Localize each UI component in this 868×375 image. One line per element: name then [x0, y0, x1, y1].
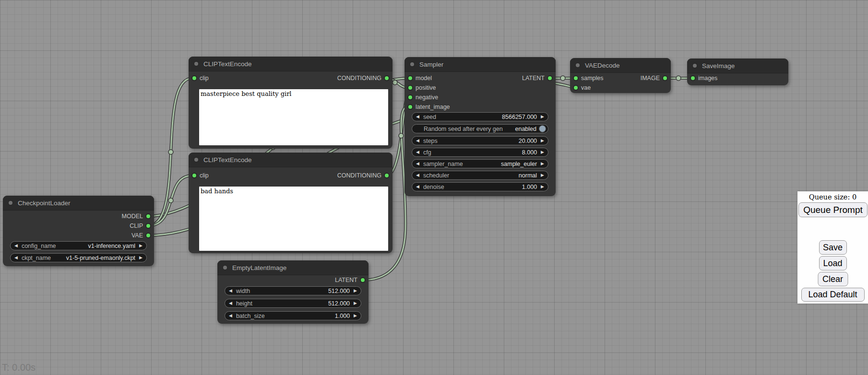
input-port-clip[interactable] — [191, 173, 197, 178]
output-port-conditioning[interactable] — [384, 75, 390, 81]
widget-value: 8.000 — [522, 149, 537, 156]
positive-prompt-textarea[interactable]: masterpiece best quality girl — [199, 89, 388, 145]
output-port-clip[interactable] — [145, 223, 151, 229]
widget-cfg[interactable]: ◀ cfg 8.000 ▶ — [412, 148, 548, 157]
node-title-bar[interactable]: EmptyLatentImage — [217, 260, 369, 275]
input-label-clip: clip — [200, 172, 209, 179]
collapse-dot-icon[interactable] — [409, 61, 415, 67]
node-vae-decode[interactable]: VAEDecode samples IMAGE vae — [570, 58, 671, 93]
input-port-samples[interactable] — [573, 75, 579, 81]
arrow-right-icon[interactable]: ▶ — [139, 256, 143, 260]
node-clip-text-encode-negative[interactable]: CLIPTextEncode clip CONDITIONING bad han… — [189, 152, 392, 253]
widget-value: 20.000 — [519, 138, 537, 144]
arrow-right-icon[interactable]: ▶ — [541, 150, 544, 154]
collapse-dot-icon[interactable] — [8, 200, 13, 206]
node-title-bar[interactable]: SaveImage — [687, 59, 788, 73]
widget-seed[interactable]: ◀ seed 8566257.000 ▶ — [412, 112, 548, 121]
output-port-latent[interactable] — [547, 75, 553, 81]
node-clip-text-encode-positive[interactable]: CLIPTextEncode clip CONDITIONING masterp… — [189, 57, 392, 149]
node-save-image[interactable]: SaveImage images — [687, 59, 788, 85]
widget-ckpt-name[interactable]: ◀ ckpt_name v1-5-pruned-emaonly.ckpt ▶ — [10, 253, 147, 262]
save-button[interactable]: Save — [819, 240, 847, 255]
output-label-latent: LATENT — [522, 75, 545, 82]
clear-button[interactable]: Clear — [818, 272, 848, 286]
input-port-negative[interactable] — [407, 94, 413, 100]
arrow-left-icon[interactable]: ◀ — [416, 150, 419, 154]
arrow-right-icon[interactable]: ▶ — [354, 301, 357, 305]
collapse-dot-icon[interactable] — [193, 157, 199, 163]
input-port-latent-image[interactable] — [407, 104, 413, 110]
node-title-bar[interactable]: Sampler — [404, 57, 556, 72]
arrow-left-icon[interactable]: ◀ — [416, 162, 419, 166]
widget-label: height — [236, 300, 252, 307]
output-port-latent[interactable] — [360, 277, 366, 283]
widget-label: seed — [423, 114, 436, 120]
arrow-left-icon[interactable]: ◀ — [229, 301, 232, 305]
input-port-images[interactable] — [690, 75, 696, 81]
widget-config-name[interactable]: ◀ config_name v1-inference.yaml ▶ — [10, 241, 147, 250]
input-port-model[interactable] — [407, 75, 413, 81]
node-checkpoint-loader[interactable]: CheckpointLoader MODEL CLIP VAE ◀ config… — [3, 196, 154, 266]
load-button[interactable]: Load — [819, 256, 847, 270]
arrow-left-icon[interactable]: ◀ — [14, 256, 18, 260]
widget-sampler-name[interactable]: ◀ sampler_name sample_euler ▶ — [412, 159, 548, 168]
widget-value: 8566257.000 — [502, 114, 537, 120]
arrow-right-icon[interactable]: ▶ — [541, 139, 544, 143]
toggle-dot-icon[interactable] — [539, 125, 546, 132]
input-port-clip[interactable] — [191, 75, 197, 81]
output-port-vae[interactable] — [145, 233, 151, 238]
output-port-image[interactable] — [662, 75, 668, 81]
arrow-left-icon[interactable]: ◀ — [416, 139, 419, 143]
widget-value: sample_euler — [501, 161, 537, 167]
node-title-bar[interactable]: CLIPTextEncode — [189, 57, 392, 71]
node-title-bar[interactable]: CheckpointLoader — [3, 196, 154, 211]
widget-denoise[interactable]: ◀ denoise 1.000 ▶ — [412, 182, 548, 191]
load-default-button[interactable]: Load Default — [801, 288, 865, 302]
input-port-vae[interactable] — [573, 85, 579, 91]
arrow-left-icon[interactable]: ◀ — [229, 289, 232, 293]
arrow-left-icon[interactable]: ◀ — [416, 173, 419, 177]
node-sampler[interactable]: Sampler model LATENT positive negative l… — [404, 57, 556, 196]
widget-height[interactable]: ◀ height 512.000 ▶ — [225, 299, 361, 308]
queue-panel: Queue size: 0 Queue Prompt Save Load Cle… — [797, 191, 868, 304]
arrow-right-icon[interactable]: ▶ — [541, 185, 544, 189]
port-row: images — [687, 73, 788, 83]
collapse-dot-icon[interactable] — [222, 265, 228, 270]
widget-steps[interactable]: ◀ steps 20.000 ▶ — [412, 136, 548, 145]
arrow-right-icon[interactable]: ▶ — [541, 162, 544, 166]
widget-label: ckpt_name — [22, 255, 51, 261]
arrow-right-icon[interactable]: ▶ — [139, 244, 143, 248]
arrow-left-icon[interactable]: ◀ — [416, 115, 419, 119]
arrow-left-icon[interactable]: ◀ — [14, 244, 18, 248]
node-empty-latent-image[interactable]: EmptyLatentImage LATENT ◀ width 512.000 … — [217, 260, 369, 324]
input-label-positive: positive — [416, 84, 436, 91]
widget-label: width — [236, 288, 250, 294]
node-title: CheckpointLoader — [18, 199, 71, 207]
node-title: SaveImage — [702, 62, 735, 70]
arrow-right-icon[interactable]: ▶ — [354, 314, 357, 318]
widget-width[interactable]: ◀ width 512.000 ▶ — [225, 286, 361, 295]
link-clip-positive — [148, 78, 192, 226]
input-label-latent-image: latent_image — [416, 104, 450, 110]
collapse-dot-icon[interactable] — [193, 61, 199, 67]
negative-prompt-textarea[interactable]: bad hands — [199, 187, 388, 251]
queue-prompt-button[interactable]: Queue Prompt — [798, 202, 868, 217]
widget-scheduler[interactable]: ◀ scheduler normal ▶ — [412, 171, 548, 180]
arrow-right-icon[interactable]: ▶ — [541, 173, 544, 177]
graph-canvas[interactable]: { "canvas": { "timer_label": "T: 0.00s" … — [0, 0, 868, 375]
output-port-conditioning[interactable] — [384, 173, 390, 178]
node-title-bar[interactable]: CLIPTextEncode — [189, 152, 392, 167]
output-port-model[interactable] — [145, 213, 151, 219]
widget-batch-size[interactable]: ◀ batch_size 1.000 ▶ — [225, 311, 361, 320]
node-title-bar[interactable]: VAEDecode — [570, 58, 671, 73]
arrow-left-icon[interactable]: ◀ — [229, 314, 232, 318]
output-label-vae: VAE — [131, 232, 143, 239]
collapse-dot-icon[interactable] — [692, 63, 698, 69]
input-label-clip: clip — [200, 75, 209, 82]
input-port-positive[interactable] — [407, 85, 413, 91]
arrow-left-icon[interactable]: ◀ — [416, 185, 419, 189]
arrow-right-icon[interactable]: ▶ — [354, 289, 357, 293]
arrow-right-icon[interactable]: ▶ — [541, 115, 544, 119]
collapse-dot-icon[interactable] — [575, 62, 581, 68]
widget-random-seed-toggle[interactable]: Random seed after every gen enabled — [412, 124, 548, 133]
